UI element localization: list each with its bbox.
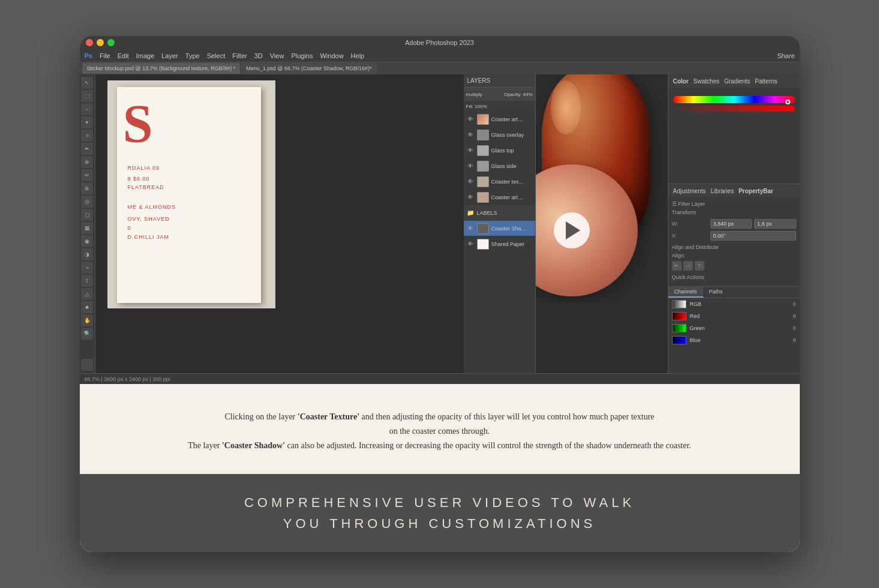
menu-window[interactable]: Window <box>320 52 343 59</box>
tool-blur[interactable]: ◉ <box>81 235 93 247</box>
patterns-tab[interactable]: Patterns <box>755 78 777 85</box>
layer-row-paper[interactable]: 👁 Shared Paper <box>464 236 535 252</box>
menu-share-btn[interactable]: Share <box>777 52 794 59</box>
tool-magic[interactable]: ✦ <box>81 116 93 128</box>
gradients-tab[interactable]: Gradients <box>724 78 750 85</box>
channels-tab[interactable]: Channels <box>668 287 703 298</box>
tool-shape[interactable]: ■ <box>81 301 93 313</box>
coaster-area <box>416 74 668 302</box>
libraries-tab[interactable]: Libraries <box>711 188 734 194</box>
close-button[interactable] <box>86 39 93 46</box>
layer-row-labels[interactable]: 📁 LABELS <box>464 205 535 221</box>
adjustments-tab[interactable]: Adjustments <box>673 188 706 194</box>
tool-move[interactable]: ↖ <box>81 77 93 89</box>
layer-row-1[interactable]: 👁 Coaster art… <box>464 112 535 127</box>
ps-workspace: ↖ ⬚ ⌢ ✦ ⌗ ✒ ⊕ ✏ ⊗ ◎ ◻ ▦ ◉ ◑ ⌁ T △ <box>80 74 800 373</box>
align-center-btn[interactable]: ⊣ <box>683 261 693 271</box>
eye-icon-6[interactable]: 👁 <box>466 193 475 202</box>
tool-lasso[interactable]: ⌢ <box>81 103 93 115</box>
layer-row-6[interactable]: 👁 Coaster art… <box>464 190 535 205</box>
tool-crop[interactable]: ⌗ <box>81 130 93 142</box>
eye-icon-4[interactable]: 👁 <box>466 162 475 170</box>
adjustments-panel: Adjustments Libraries PropertyBar ☰ Filt… <box>668 184 800 287</box>
desc-line1: Clicking on the layer <box>224 412 297 421</box>
menu-file[interactable]: File <box>100 52 110 59</box>
tool-type[interactable]: T <box>81 275 93 287</box>
tool-hand[interactable]: ✋ <box>81 314 93 326</box>
eye-icon-paper[interactable]: 👁 <box>466 240 475 248</box>
ps-tab-2[interactable]: Menu_1.psd @ 66.7% (Coaster Shadow, RGB/… <box>241 63 376 74</box>
menu-plugins[interactable]: Plugins <box>291 52 313 59</box>
channel-name-red: Red <box>690 313 700 319</box>
tool-zoom[interactable]: 🔍 <box>81 328 93 340</box>
tool-dodge[interactable]: ◑ <box>81 248 93 260</box>
channel-name-green: Green <box>690 325 705 331</box>
menu-select[interactable]: Select <box>207 52 226 59</box>
tool-eyedropper[interactable]: ✒ <box>81 143 93 155</box>
ps-statusbar: 66.7% | 3600 px x 2400 px | 300 ppi <box>80 373 800 384</box>
menu-image[interactable]: Image <box>136 52 155 59</box>
align-left-btn[interactable]: ⊢ <box>672 261 682 271</box>
channel-green[interactable]: Green 8 <box>668 322 800 334</box>
swatches-tab[interactable]: Swatches <box>694 78 719 85</box>
play-button[interactable] <box>554 212 590 248</box>
align-sub: Align: <box>672 253 796 259</box>
prop-field-h[interactable]: 1,6 px <box>754 219 796 229</box>
paths-tab[interactable]: Paths <box>703 287 729 298</box>
channel-blue[interactable]: Blue 8 <box>668 334 800 346</box>
eye-icon-shadow[interactable]: 👁 <box>466 224 475 233</box>
eye-icon-2[interactable]: 👁 <box>466 131 475 139</box>
channel-rgb[interactable]: RGB 8 <box>668 298 800 310</box>
channel-value-rgb: 8 <box>793 301 796 307</box>
tool-clone[interactable]: ⊗ <box>81 182 93 194</box>
menu-help[interactable]: Help <box>351 52 365 59</box>
menu-layer[interactable]: Layer <box>161 52 178 59</box>
layer-row-shadow[interactable]: 👁 Coaster Sha… <box>464 221 535 236</box>
eye-icon-1[interactable]: 👁 <box>466 115 475 124</box>
channel-thumb-green <box>672 324 686 332</box>
minimize-button[interactable] <box>97 39 104 46</box>
tool-brush[interactable]: ✏ <box>81 169 93 181</box>
color-tab[interactable]: Color <box>673 78 689 85</box>
properties-tab[interactable]: PropertyBar <box>739 188 773 194</box>
prop-field-w[interactable]: 3,840 px <box>710 219 752 229</box>
tool-gradient[interactable]: ▦ <box>81 222 93 234</box>
ps-title: Adobe Photoshop 2023 <box>405 39 474 46</box>
layer-name-3: Glass top <box>491 148 533 154</box>
eye-icon-labels[interactable]: 📁 <box>466 209 475 217</box>
layer-row-2[interactable]: 👁 Glass overlay <box>464 127 535 143</box>
tool-path[interactable]: △ <box>81 288 93 300</box>
menu-type[interactable]: Type <box>185 52 200 59</box>
tool-select[interactable]: ⬚ <box>81 90 93 102</box>
color-picker-dot[interactable] <box>785 100 790 104</box>
channel-red[interactable]: Red 8 <box>668 310 800 322</box>
layer-row-3[interactable]: 👁 Glass top <box>464 143 535 158</box>
eye-icon-3[interactable]: 👁 <box>466 146 475 155</box>
menu-ps[interactable]: Ps <box>85 52 92 59</box>
maximize-button[interactable] <box>107 39 115 46</box>
prop-field-x[interactable]: 0.00° <box>710 231 796 241</box>
tool-heal[interactable]: ⊕ <box>81 156 93 168</box>
tool-eraser[interactable]: ◻ <box>81 209 93 221</box>
desc-bold1: 'Coaster Texture' <box>298 412 359 421</box>
menu-view[interactable]: View <box>270 52 284 59</box>
opacity-slider[interactable] <box>673 106 795 112</box>
layers-label: LAYERS <box>467 77 491 84</box>
align-right-btn[interactable]: ⊤ <box>695 261 704 271</box>
layer-row-4[interactable]: 👁 Glass side <box>464 158 535 174</box>
tool-pen[interactable]: ⌁ <box>81 262 93 274</box>
layer-thumb-2 <box>477 130 489 140</box>
main-card: Adobe Photoshop 2023 Ps File Edit Image … <box>80 36 800 552</box>
align-label: Align and Distribute <box>672 244 796 250</box>
hue-slider[interactable] <box>673 96 795 103</box>
layer-row-5[interactable]: 👁 Coaster tex… <box>464 174 535 190</box>
tool-color-fg[interactable] <box>81 359 93 371</box>
menu-edit[interactable]: Edit <box>118 52 129 59</box>
eye-icon-5[interactable]: 👁 <box>466 178 475 186</box>
desc-line3-cont: can also be adjusted. Increasing or decr… <box>285 441 691 450</box>
menu-filter[interactable]: Filter <box>232 52 247 59</box>
layers-panel-header: LAYERS <box>464 74 535 88</box>
tool-history[interactable]: ◎ <box>81 196 93 208</box>
ps-tab-1[interactable]: Sticker Mockup.psd @ 13.7% (Background t… <box>82 63 241 74</box>
menu-3d[interactable]: 3D <box>254 52 263 59</box>
